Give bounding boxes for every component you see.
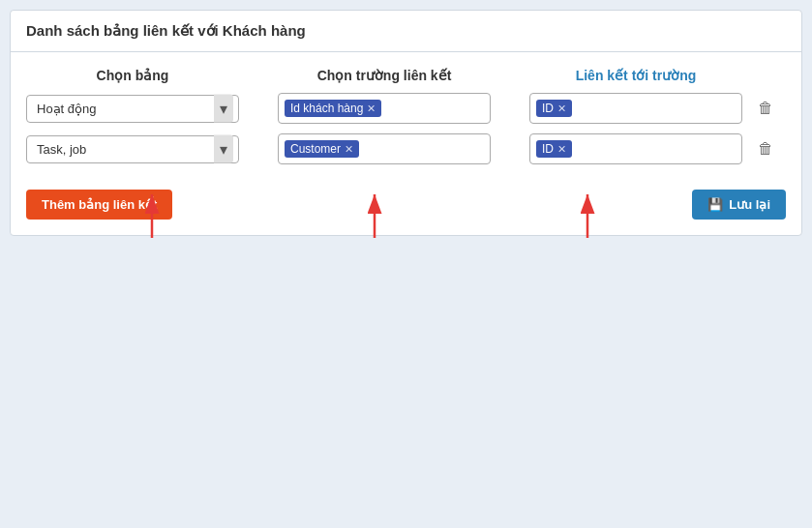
content-wrapper: Hoạt động Task, job ▾ Id khách hàng ✕	[26, 93, 786, 164]
save-label: Lưu lại	[729, 197, 770, 212]
tag-id-1: ID ✕	[536, 100, 572, 117]
select-wrapper-row1: Hoạt động Task, job ▾	[26, 95, 239, 123]
tag-id-khach-hang: Id khách hàng ✕	[285, 100, 381, 117]
table-row: Hoạt động Task, job ▾ Customer ✕ ID	[26, 133, 786, 164]
col-header-table: Chọn bảng	[26, 68, 239, 83]
tag-label: Customer	[290, 142, 341, 156]
delete-button-row1[interactable]: 🗑	[752, 95, 779, 122]
delete-button-row2[interactable]: 🗑	[752, 135, 779, 162]
link-wrapper-row2[interactable]: ID ✕	[529, 133, 742, 164]
tag-id-2: ID ✕	[536, 140, 572, 158]
add-table-button[interactable]: Thêm bảng liên kết	[26, 190, 172, 220]
tag-close-icon[interactable]: ✕	[557, 143, 566, 156]
tag-label: Id khách hàng	[290, 102, 363, 115]
main-container: Danh sách bảng liên kết với Khách hàng C…	[10, 10, 802, 236]
field-wrapper-row2[interactable]: Customer ✕	[278, 133, 491, 164]
link-wrapper-row1[interactable]: ID ✕	[529, 93, 742, 124]
content-area: Chọn bảng Chọn trường liên kết Liên kết …	[11, 52, 801, 235]
col-header-field: Chọn trường liên kết	[278, 68, 491, 83]
rows-area: Hoạt động Task, job ▾ Id khách hàng ✕	[26, 93, 786, 164]
select-wrapper-row2: Hoạt động Task, job ▾	[26, 135, 239, 163]
tag-close-icon[interactable]: ✕	[367, 103, 376, 115]
col-header-link: Liên kết tới trường	[529, 68, 742, 83]
save-button[interactable]: 💾 Lưu lại	[692, 190, 786, 220]
columns-header: Chọn bảng Chọn trường liên kết Liên kết …	[26, 68, 786, 83]
tag-close-icon[interactable]: ✕	[345, 143, 353, 156]
table-select-row1[interactable]: Hoạt động Task, job	[26, 95, 239, 123]
footer-area: Thêm bảng liên kết 💾 Lưu lại	[26, 184, 786, 220]
tag-customer: Customer ✕	[285, 140, 359, 158]
field-wrapper-row1[interactable]: Id khách hàng ✕	[278, 93, 491, 124]
table-row: Hoạt động Task, job ▾ Id khách hàng ✕	[26, 93, 786, 124]
table-select-row2[interactable]: Hoạt động Task, job	[26, 135, 239, 163]
tag-label: ID	[542, 142, 554, 156]
page-title: Danh sách bảng liên kết với Khách hàng	[11, 11, 801, 52]
save-icon: 💾	[707, 197, 723, 212]
tag-close-icon[interactable]: ✕	[557, 103, 566, 115]
tag-label: ID	[542, 102, 554, 115]
